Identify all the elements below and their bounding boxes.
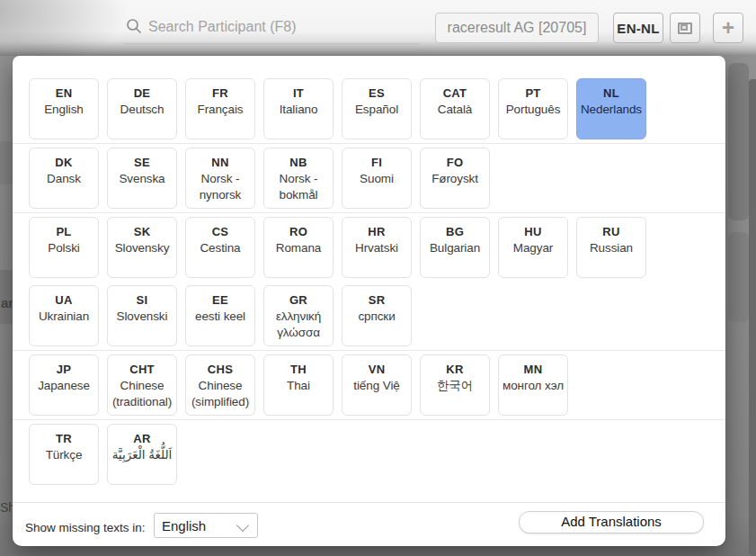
language-name: Hrvatski bbox=[342, 240, 411, 256]
language-tile-ar[interactable]: ARاَللُّغَةُ الْعَرَبِيَّة bbox=[107, 424, 177, 485]
language-name: Italiano bbox=[264, 102, 333, 118]
language-switcher-button[interactable]: EN-NL bbox=[613, 13, 663, 43]
language-name: Norsk - nynorsk bbox=[186, 171, 254, 203]
language-tile-gr[interactable]: GRελληνική γλώσσα bbox=[263, 285, 334, 346]
language-code: CHT bbox=[108, 361, 176, 378]
group-divider bbox=[13, 350, 725, 351]
language-name: Bulgarian bbox=[421, 240, 489, 256]
language-name: монгол хэл bbox=[499, 378, 567, 394]
show-missing-label: Show missing texts in: bbox=[25, 521, 146, 534]
language-name: Japanese bbox=[30, 378, 98, 394]
language-tile-cht[interactable]: CHTChinese (traditional) bbox=[107, 354, 177, 416]
language-name: Français bbox=[186, 102, 254, 118]
language-code: ES bbox=[342, 85, 411, 102]
language-name: Suomi bbox=[342, 171, 411, 187]
missing-language-select[interactable]: English bbox=[154, 513, 258, 538]
language-tile-tr[interactable]: TRTürkçe bbox=[29, 424, 99, 485]
language-code: PL bbox=[30, 223, 98, 240]
group-divider bbox=[13, 212, 725, 213]
language-tile-ee[interactable]: EEeesti keel bbox=[185, 285, 255, 346]
search-icon bbox=[126, 18, 142, 34]
window-mode-button[interactable] bbox=[670, 13, 700, 43]
language-tile-pt[interactable]: PTPortuguês bbox=[498, 78, 568, 139]
language-tile-se[interactable]: SESvenska bbox=[107, 148, 177, 209]
language-name: Ukrainian bbox=[30, 309, 98, 325]
language-tile-fi[interactable]: FISuomi bbox=[342, 148, 412, 209]
language-code: SI bbox=[108, 291, 176, 309]
language-name: ελληνική γλώσσα bbox=[264, 309, 333, 341]
language-code: HU bbox=[499, 223, 567, 240]
language-tile-chs[interactable]: CHSChinese (simplified) bbox=[185, 354, 255, 416]
language-tile-jp[interactable]: JPJapanese bbox=[29, 354, 99, 416]
language-tile-nn[interactable]: NNNorsk - nynorsk bbox=[185, 148, 255, 209]
language-code: NN bbox=[186, 154, 254, 171]
language-code: JP bbox=[30, 361, 98, 378]
group-divider bbox=[13, 419, 725, 420]
language-tile-hr[interactable]: HRHrvatski bbox=[342, 217, 412, 278]
language-tile-ua[interactable]: UAUkrainian bbox=[29, 285, 99, 346]
account-button[interactable]: raceresult AG [20705] bbox=[435, 13, 599, 43]
language-name: Dansk bbox=[30, 171, 98, 187]
language-tile-mn[interactable]: MNмонгол хэл bbox=[498, 354, 568, 416]
language-name: Romana bbox=[264, 240, 333, 256]
language-tile-ro[interactable]: RORomana bbox=[263, 217, 334, 278]
language-tile-it[interactable]: ITItaliano bbox=[263, 78, 334, 139]
language-tile-cat[interactable]: CATCatalà bbox=[420, 78, 490, 139]
language-tile-sr[interactable]: SRсрпски bbox=[342, 285, 412, 346]
page-scrollbar[interactable] bbox=[749, 79, 756, 556]
language-group: ENEnglishDEDeutschFRFrançaisITItalianoES… bbox=[29, 78, 709, 139]
language-code: FR bbox=[186, 85, 254, 102]
language-tile-kr[interactable]: KR한국어 bbox=[420, 354, 490, 416]
language-tile-fr[interactable]: FRFrançais bbox=[185, 78, 255, 139]
language-group: JPJapaneseCHTChinese (traditional)CHSChi… bbox=[29, 354, 709, 416]
language-code: RU bbox=[577, 223, 645, 240]
language-tile-nl[interactable]: NLNederlands bbox=[576, 78, 646, 139]
participant-search bbox=[123, 11, 420, 44]
language-name: Cestina bbox=[186, 240, 254, 256]
language-tile-ru[interactable]: RURussian bbox=[576, 217, 646, 278]
language-code: FI bbox=[342, 154, 411, 171]
language-name: Chinese (traditional) bbox=[108, 378, 176, 410]
language-name: اَللُّغَةُ الْعَرَبِيَّة bbox=[108, 447, 176, 463]
add-translations-button[interactable]: Add Translations bbox=[519, 511, 704, 534]
language-tile-pl[interactable]: PLPolski bbox=[29, 217, 99, 278]
top-toolbar: raceresult AG [20705] EN-NL + bbox=[0, 0, 756, 56]
language-name: English bbox=[30, 102, 98, 118]
language-name: Norsk - bokmål bbox=[264, 171, 333, 203]
language-tile-hu[interactable]: HUMagyar bbox=[498, 217, 568, 278]
language-name: Slovenski bbox=[108, 309, 176, 325]
language-tile-es[interactable]: ESEspañol bbox=[342, 78, 412, 139]
language-grid: ENEnglishDEDeutschFRFrançaisITItalianoES… bbox=[13, 56, 725, 485]
language-tile-fo[interactable]: FOFøroyskt bbox=[420, 148, 490, 209]
add-button[interactable]: + bbox=[713, 13, 743, 43]
language-tile-bg[interactable]: BGBulgarian bbox=[420, 217, 490, 278]
language-name: Català bbox=[421, 102, 489, 118]
language-tile-nb[interactable]: NBNorsk - bokmål bbox=[263, 148, 334, 209]
language-code: EN bbox=[30, 85, 98, 102]
language-name: Magyar bbox=[499, 240, 567, 256]
search-input[interactable] bbox=[147, 13, 418, 41]
language-name: tiếng Việ bbox=[342, 378, 411, 394]
language-tile-th[interactable]: THThai bbox=[263, 354, 334, 416]
language-code: SK bbox=[108, 223, 176, 240]
language-tile-de[interactable]: DEDeutsch bbox=[107, 78, 177, 139]
language-code: CHS bbox=[186, 361, 254, 378]
language-tile-vn[interactable]: VNtiếng Việ bbox=[342, 354, 412, 416]
background-panel bbox=[728, 63, 749, 220]
language-group: DKDanskSESvenskaNNNorsk - nynorskNBNorsk… bbox=[29, 148, 709, 209]
language-name: Nederlands bbox=[577, 102, 645, 118]
language-code: IT bbox=[264, 85, 333, 102]
language-name: Polski bbox=[30, 240, 98, 256]
language-name: Svenska bbox=[108, 171, 176, 187]
language-name: Türkçe bbox=[30, 447, 98, 463]
language-code: VN bbox=[342, 361, 411, 378]
language-name: Chinese (simplified) bbox=[186, 378, 254, 410]
language-code: GR bbox=[264, 291, 333, 309]
language-tile-cs[interactable]: CSCestina bbox=[185, 217, 255, 278]
language-tile-sk[interactable]: SKSlovensky bbox=[107, 217, 177, 278]
language-tile-en[interactable]: ENEnglish bbox=[29, 78, 99, 139]
language-code: FO bbox=[421, 154, 489, 171]
plus-icon: + bbox=[722, 14, 734, 41]
language-tile-si[interactable]: SISlovenski bbox=[107, 285, 177, 346]
language-tile-dk[interactable]: DKDansk bbox=[29, 148, 99, 209]
